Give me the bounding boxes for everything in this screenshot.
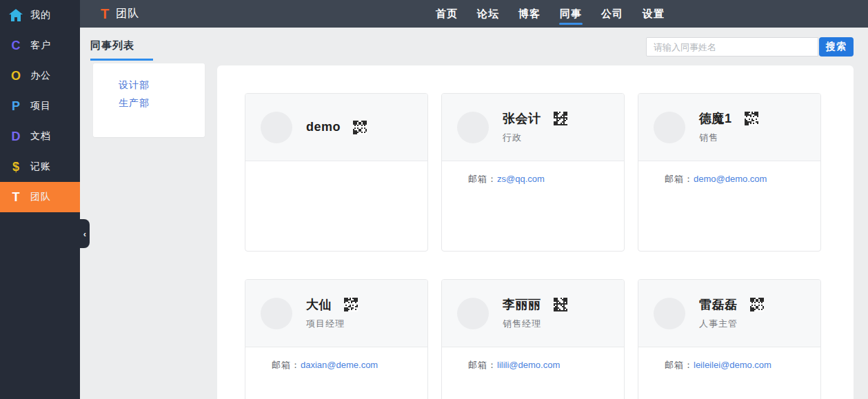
sidebar-item-projects[interactable]: P 项目 bbox=[0, 91, 80, 121]
sidebar-item-label: 办公 bbox=[30, 70, 51, 82]
search-bar: 搜索 bbox=[646, 37, 854, 57]
member-card-body: 邮箱：daxian@deme.com bbox=[245, 347, 427, 371]
department-link-production[interactable]: 生产部 bbox=[119, 94, 205, 112]
nav-item-forum[interactable]: 论坛 bbox=[470, 0, 506, 28]
sidebar-item-label: 项目 bbox=[30, 100, 51, 112]
member-name: 大仙 bbox=[306, 296, 332, 313]
sidebar-item-accounting[interactable]: $ 记账 bbox=[0, 152, 80, 182]
member-card-body: 邮箱：zs@qq.com bbox=[442, 161, 624, 185]
email-link[interactable]: lilili@demo.com bbox=[497, 360, 560, 370]
qr-code-icon[interactable] bbox=[750, 298, 764, 311]
avatar bbox=[457, 112, 489, 143]
email-label: 邮箱： bbox=[468, 360, 497, 370]
app-title: 团队 bbox=[116, 7, 139, 21]
home-icon bbox=[7, 9, 25, 21]
avatar bbox=[261, 298, 292, 329]
member-info: 大仙 项目经理 bbox=[306, 296, 358, 330]
nav-item-blog[interactable]: 博客 bbox=[512, 0, 547, 28]
colleague-panel: demo 张会计 行政 邮箱：zs@qq.com bbox=[217, 65, 854, 399]
department-panel: 设计部 生产部 bbox=[93, 63, 205, 137]
qr-code-icon[interactable] bbox=[353, 121, 367, 134]
member-card-body: 邮箱：lilili@demo.com bbox=[442, 347, 624, 371]
member-card-body bbox=[245, 161, 427, 173]
email-link[interactable]: demo@demo.com bbox=[694, 174, 767, 184]
qr-code-icon[interactable] bbox=[745, 112, 758, 125]
nav-item-company[interactable]: 公司 bbox=[594, 0, 630, 28]
member-role: 销售 bbox=[699, 132, 758, 144]
projects-icon: P bbox=[7, 99, 25, 114]
member-card[interactable]: 德魔1 销售 邮箱：demo@demo.com bbox=[638, 93, 821, 252]
customers-icon: C bbox=[7, 39, 25, 53]
avatar bbox=[654, 112, 685, 143]
chevron-left-icon: ‹ bbox=[83, 229, 86, 238]
search-button[interactable]: 搜索 bbox=[819, 37, 854, 57]
member-card-body: 邮箱：demo@demo.com bbox=[638, 161, 820, 185]
sidebar-item-label: 记账 bbox=[30, 161, 51, 173]
sidebar-item-label: 我的 bbox=[30, 9, 51, 21]
search-input[interactable] bbox=[646, 37, 818, 57]
member-info: demo bbox=[306, 120, 367, 134]
office-icon: O bbox=[7, 69, 25, 83]
nav-item-home[interactable]: 首页 bbox=[429, 0, 465, 28]
nav-item-colleagues[interactable]: 同事 bbox=[553, 0, 589, 28]
sidebar-item-customers[interactable]: C 客户 bbox=[0, 30, 80, 61]
sidebar-item-office[interactable]: O 办公 bbox=[0, 61, 80, 91]
member-role: 行政 bbox=[503, 132, 567, 144]
member-card[interactable]: 大仙 项目经理 邮箱：daxian@deme.com bbox=[245, 279, 428, 399]
sidebar-item-home[interactable]: 我的 bbox=[0, 0, 80, 30]
team-logo-icon: T bbox=[101, 6, 109, 22]
member-name: 德魔1 bbox=[699, 110, 732, 127]
member-card-header: 大仙 项目经理 bbox=[245, 280, 427, 347]
avatar bbox=[457, 298, 489, 329]
member-role: 销售经理 bbox=[503, 318, 567, 330]
member-card-header: 德魔1 销售 bbox=[638, 94, 820, 161]
member-info: 雷磊磊 人事主管 bbox=[699, 296, 764, 330]
sidebar-item-label: 文档 bbox=[30, 130, 51, 143]
topbar: T 团队 首页 论坛 博客 同事 公司 设置 bbox=[80, 0, 868, 28]
team-icon: T bbox=[7, 190, 25, 205]
email-link[interactable]: daxian@deme.com bbox=[301, 360, 378, 370]
member-info: 张会计 行政 bbox=[503, 110, 567, 144]
member-card[interactable]: demo bbox=[245, 93, 428, 252]
qr-code-icon[interactable] bbox=[344, 298, 358, 311]
app-logo: T 团队 bbox=[101, 0, 139, 28]
sidebar: 我的 C 客户 O 办公 P 项目 D 文档 $ 记账 T 团队 bbox=[0, 0, 80, 399]
member-info: 李丽丽 销售经理 bbox=[503, 296, 567, 330]
sidebar-item-documents[interactable]: D 文档 bbox=[0, 121, 80, 152]
email-label: 邮箱： bbox=[272, 360, 301, 370]
member-card-header: 李丽丽 销售经理 bbox=[442, 280, 624, 347]
member-card[interactable]: 张会计 行政 邮箱：zs@qq.com bbox=[441, 93, 625, 252]
sidebar-item-label: 团队 bbox=[30, 191, 51, 203]
accounting-icon: $ bbox=[7, 160, 25, 174]
member-card-header: 张会计 行政 bbox=[442, 94, 624, 161]
email-label: 邮箱： bbox=[665, 360, 694, 370]
member-name: 李丽丽 bbox=[503, 296, 541, 313]
qr-code-icon[interactable] bbox=[554, 298, 567, 311]
member-card-grid: demo 张会计 行政 邮箱：zs@qq.com bbox=[245, 93, 826, 399]
member-info: 德魔1 销售 bbox=[699, 110, 758, 144]
member-role: 人事主管 bbox=[699, 318, 764, 330]
department-link-design[interactable]: 设计部 bbox=[119, 76, 205, 94]
email-link[interactable]: zs@qq.com bbox=[497, 174, 545, 184]
nav-item-settings[interactable]: 设置 bbox=[636, 0, 672, 28]
member-card-header: demo bbox=[245, 94, 427, 161]
sidebar-collapse-toggle[interactable]: ‹ bbox=[80, 219, 90, 248]
member-card-body: 邮箱：leileilei@demo.com bbox=[638, 347, 820, 371]
member-card[interactable]: 李丽丽 销售经理 邮箱：lilili@demo.com bbox=[441, 279, 625, 399]
top-nav: 首页 论坛 博客 同事 公司 设置 bbox=[429, 0, 677, 28]
email-link[interactable]: leileilei@demo.com bbox=[694, 360, 771, 370]
member-card[interactable]: 雷磊磊 人事主管 邮箱：leileilei@demo.com bbox=[638, 279, 821, 399]
qr-code-icon[interactable] bbox=[554, 112, 567, 125]
avatar bbox=[261, 112, 292, 143]
email-label: 邮箱： bbox=[468, 174, 497, 184]
sidebar-item-team[interactable]: T 团队 bbox=[0, 182, 80, 212]
sidebar-item-label: 客户 bbox=[30, 39, 51, 52]
email-label: 邮箱： bbox=[665, 174, 694, 184]
avatar bbox=[654, 298, 685, 329]
tab-colleague-list[interactable]: 同事列表 bbox=[90, 39, 153, 61]
member-name: 张会计 bbox=[503, 110, 541, 127]
sidebar-nav: 我的 C 客户 O 办公 P 项目 D 文档 $ 记账 T 团队 bbox=[0, 0, 80, 212]
documents-icon: D bbox=[7, 130, 25, 144]
member-name: 雷磊磊 bbox=[699, 296, 738, 313]
member-role: 项目经理 bbox=[306, 318, 358, 330]
